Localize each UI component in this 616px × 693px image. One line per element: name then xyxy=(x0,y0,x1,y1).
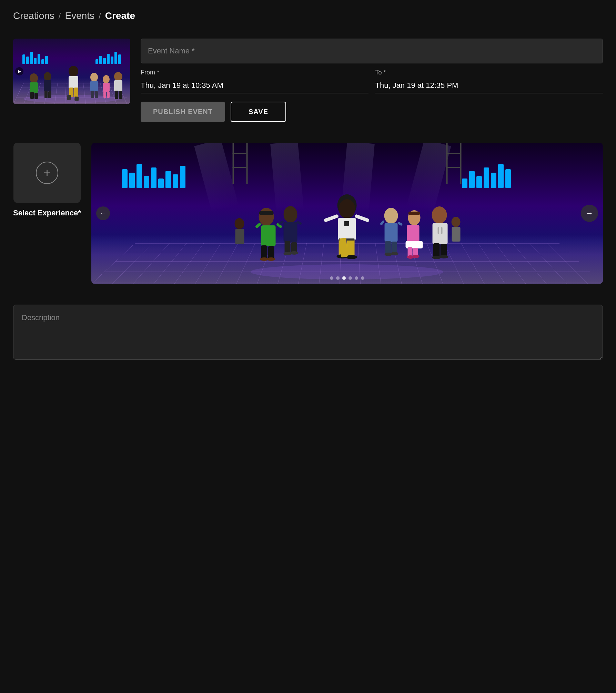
carousel-dot-3[interactable] xyxy=(342,276,346,280)
svg-point-45 xyxy=(283,206,297,223)
to-date-input[interactable] xyxy=(375,78,603,93)
plus-icon: + xyxy=(36,162,58,184)
image-carousel: ← → xyxy=(91,143,603,284)
svg-rect-22 xyxy=(107,92,110,98)
thumbnail-nav-arrow[interactable]: ▶ xyxy=(15,67,23,75)
svg-point-91 xyxy=(451,217,460,227)
svg-point-15 xyxy=(90,73,98,82)
svg-rect-2 xyxy=(30,82,38,93)
to-label: To * xyxy=(375,69,603,76)
breadcrumb: Creations / Events / Create xyxy=(0,0,616,32)
description-textarea[interactable] xyxy=(13,305,603,360)
svg-rect-33 xyxy=(460,143,461,184)
svg-rect-83 xyxy=(437,227,439,234)
svg-rect-30 xyxy=(232,153,246,154)
svg-point-65 xyxy=(384,208,398,224)
carousel-dot-2[interactable] xyxy=(336,276,340,280)
event-thumbnail: ▶ xyxy=(13,39,130,104)
svg-rect-29 xyxy=(246,143,248,184)
svg-rect-7 xyxy=(44,91,48,98)
thumbnail-image xyxy=(13,39,130,104)
breadcrumb-creations[interactable]: Creations xyxy=(13,10,54,21)
svg-point-44 xyxy=(267,257,275,261)
svg-rect-10 xyxy=(69,76,78,88)
svg-rect-55 xyxy=(338,218,356,240)
carousel-dot-5[interactable] xyxy=(355,276,358,280)
carousel-dot-1[interactable] xyxy=(330,276,333,280)
svg-rect-16 xyxy=(90,81,98,91)
svg-rect-92 xyxy=(452,227,460,242)
svg-rect-32 xyxy=(446,143,447,184)
svg-rect-76 xyxy=(405,241,423,248)
carousel-dot-6[interactable] xyxy=(361,276,364,280)
select-experience-label: Select Experience* xyxy=(13,208,81,217)
select-experience-button[interactable]: + xyxy=(13,143,81,203)
svg-point-19 xyxy=(103,75,110,83)
svg-rect-28 xyxy=(232,143,234,184)
top-section: ▶ xyxy=(13,39,603,122)
svg-point-52 xyxy=(290,251,298,255)
svg-rect-82 xyxy=(432,223,447,244)
description-section xyxy=(13,305,603,361)
svg-rect-20 xyxy=(103,83,110,92)
svg-rect-38 xyxy=(261,225,275,246)
svg-rect-6 xyxy=(44,80,51,91)
action-buttons: PUBLISH EVENT SAVE xyxy=(141,102,603,122)
save-button[interactable]: SAVE xyxy=(231,102,286,122)
svg-rect-21 xyxy=(103,91,106,98)
svg-rect-35 xyxy=(446,167,460,168)
svg-rect-69 xyxy=(380,220,385,226)
svg-rect-4 xyxy=(34,93,38,99)
date-row: From * To * xyxy=(141,69,603,93)
svg-rect-18 xyxy=(95,91,98,98)
svg-point-80 xyxy=(412,255,419,258)
svg-rect-24 xyxy=(114,80,122,91)
publish-event-button[interactable]: PUBLISH EVENT xyxy=(141,102,225,122)
svg-rect-74 xyxy=(408,212,420,215)
svg-rect-8 xyxy=(48,91,51,98)
breadcrumb-create: Create xyxy=(105,10,135,21)
svg-point-36 xyxy=(259,208,274,226)
svg-rect-60 xyxy=(323,214,339,222)
svg-rect-39 xyxy=(255,222,261,228)
svg-point-9 xyxy=(69,66,78,77)
from-date-field: From * xyxy=(141,69,368,93)
event-form: From * To * PUBLISH EVENT SAVE xyxy=(141,39,603,122)
carousel-image xyxy=(91,143,603,284)
select-experience-panel: + Select Experience* xyxy=(13,143,81,217)
svg-point-72 xyxy=(391,252,398,255)
svg-point-88 xyxy=(439,255,448,258)
svg-point-89 xyxy=(234,218,244,229)
svg-rect-56 xyxy=(344,221,349,226)
svg-rect-25 xyxy=(115,91,118,99)
carousel-dots xyxy=(330,276,364,280)
svg-rect-12 xyxy=(74,88,78,97)
svg-point-23 xyxy=(114,72,122,81)
carousel-prev-button[interactable]: ← xyxy=(96,206,110,220)
to-date-field: To * xyxy=(375,69,603,93)
svg-rect-75 xyxy=(407,225,419,243)
svg-rect-67 xyxy=(385,241,391,255)
svg-point-5 xyxy=(44,72,51,81)
event-name-input[interactable] xyxy=(141,39,603,63)
carousel-dot-4[interactable] xyxy=(349,276,352,280)
svg-point-81 xyxy=(432,206,447,224)
svg-rect-17 xyxy=(91,91,94,98)
svg-rect-84 xyxy=(441,227,442,234)
svg-rect-70 xyxy=(397,222,403,226)
svg-rect-3 xyxy=(30,92,34,99)
breadcrumb-separator-2: / xyxy=(99,11,101,21)
svg-rect-31 xyxy=(232,167,246,168)
svg-rect-46 xyxy=(283,222,297,242)
breadcrumb-events[interactable]: Events xyxy=(65,10,95,21)
svg-rect-90 xyxy=(235,229,244,244)
svg-rect-14 xyxy=(74,96,79,101)
from-date-input[interactable] xyxy=(141,78,368,93)
svg-point-54 xyxy=(339,199,355,218)
svg-rect-85 xyxy=(433,243,440,258)
from-label: From * xyxy=(141,69,368,76)
svg-rect-34 xyxy=(446,153,460,154)
carousel-next-button[interactable]: → xyxy=(581,205,598,222)
svg-rect-26 xyxy=(119,91,122,99)
bottom-section: + Select Experience* xyxy=(13,143,603,284)
